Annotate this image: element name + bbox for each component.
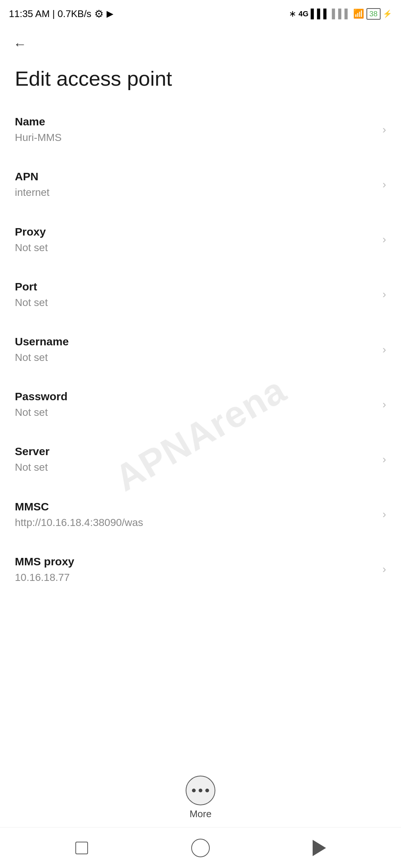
chevron-right-icon: ›	[382, 233, 386, 246]
settings-item-mmsc-label: MMSC	[15, 499, 376, 514]
settings-item-password-label: Password	[15, 389, 376, 404]
settings-item-name-content: Name Huri-MMS	[15, 114, 376, 145]
back-button-row: ←	[0, 26, 401, 59]
settings-item-port[interactable]: Port Not set ›	[0, 267, 401, 322]
status-time: 11:35 AM | 0.7KB/s ⚙ ▶	[9, 8, 113, 20]
chevron-right-icon: ›	[382, 398, 386, 411]
more-dots-icon	[192, 789, 209, 792]
chevron-right-icon: ›	[382, 508, 386, 520]
settings-item-apn-label: APN	[15, 169, 376, 184]
settings-item-username-content: Username Not set	[15, 334, 376, 365]
settings-item-mms-proxy-content: MMS proxy 10.16.18.77	[15, 554, 376, 585]
settings-item-server-label: Server	[15, 444, 376, 459]
home-icon	[191, 839, 210, 857]
settings-item-apn-content: APN internet	[15, 169, 376, 200]
settings-item-mmsc-content: MMSC http://10.16.18.4:38090/was	[15, 499, 376, 530]
home-button[interactable]	[186, 833, 215, 863]
more-button[interactable]	[186, 776, 215, 805]
settings-item-server[interactable]: Server Not set ›	[0, 432, 401, 487]
settings-item-apn[interactable]: APN internet ›	[0, 157, 401, 212]
settings-item-mms-proxy-value: 10.16.18.77	[15, 570, 376, 585]
settings-item-name[interactable]: Name Huri-MMS ›	[0, 102, 401, 157]
chevron-right-icon: ›	[382, 288, 386, 300]
time-text: 11:35 AM | 0.7KB/s	[9, 8, 91, 20]
chevron-right-icon: ›	[382, 343, 386, 356]
settings-item-server-content: Server Not set	[15, 444, 376, 474]
chevron-right-icon: ›	[382, 123, 386, 136]
more-label: More	[189, 808, 211, 820]
back-nav-button[interactable]	[304, 833, 334, 863]
settings-item-mmsc-value: http://10.16.18.4:38090/was	[15, 515, 376, 530]
settings-item-port-label: Port	[15, 279, 376, 295]
more-button-area: More	[0, 765, 401, 827]
settings-item-mmsc[interactable]: MMSC http://10.16.18.4:38090/was ›	[0, 487, 401, 542]
back-button[interactable]: ←	[10, 33, 30, 55]
recent-apps-button[interactable]	[67, 833, 97, 863]
settings-item-password[interactable]: Password Not set ›	[0, 377, 401, 432]
page-title: Edit access point	[0, 59, 401, 102]
gear-icon: ⚙	[94, 8, 104, 20]
battery-icon: 38	[366, 8, 381, 20]
settings-list: Name Huri-MMS › APN internet › Proxy Not…	[0, 102, 401, 765]
settings-item-proxy-label: Proxy	[15, 224, 376, 240]
settings-item-server-value: Not set	[15, 460, 376, 474]
settings-item-mms-proxy-label: MMS proxy	[15, 554, 376, 569]
recent-apps-icon	[75, 842, 88, 854]
chevron-right-icon: ›	[382, 453, 386, 466]
status-bar: 11:35 AM | 0.7KB/s ⚙ ▶ ∗ 4G ▌▌▌ ▌▌▌ 📶 38…	[0, 0, 401, 26]
settings-item-password-value: Not set	[15, 405, 376, 420]
settings-item-port-value: Not set	[15, 295, 376, 310]
4g-icon: 4G	[299, 10, 309, 18]
settings-item-port-content: Port Not set	[15, 279, 376, 310]
settings-item-proxy-value: Not set	[15, 240, 376, 255]
video-icon: ▶	[107, 9, 113, 19]
bluetooth-icon: ∗	[289, 9, 296, 19]
settings-item-password-content: Password Not set	[15, 389, 376, 420]
settings-item-username-value: Not set	[15, 350, 376, 365]
charging-icon: ⚡	[383, 9, 392, 18]
settings-item-mms-proxy[interactable]: MMS proxy 10.16.18.77 ›	[0, 542, 401, 597]
settings-item-username[interactable]: Username Not set ›	[0, 322, 401, 377]
status-right-icons: ∗ 4G ▌▌▌ ▌▌▌ 📶 38 ⚡	[289, 8, 392, 20]
back-arrow-icon: ←	[13, 36, 27, 52]
chevron-right-icon: ›	[382, 563, 386, 575]
nav-bar	[0, 827, 401, 868]
chevron-right-icon: ›	[382, 178, 386, 191]
signal-icon: ▌▌▌	[311, 9, 330, 19]
settings-item-name-value: Huri-MMS	[15, 130, 376, 145]
settings-item-name-label: Name	[15, 114, 376, 129]
settings-item-proxy-content: Proxy Not set	[15, 224, 376, 255]
wifi-icon: 📶	[353, 9, 364, 19]
settings-item-apn-value: internet	[15, 185, 376, 200]
settings-item-username-label: Username	[15, 334, 376, 349]
settings-item-proxy[interactable]: Proxy Not set ›	[0, 212, 401, 267]
signal2-icon: ▌▌▌	[332, 9, 351, 19]
back-nav-icon	[313, 840, 326, 856]
